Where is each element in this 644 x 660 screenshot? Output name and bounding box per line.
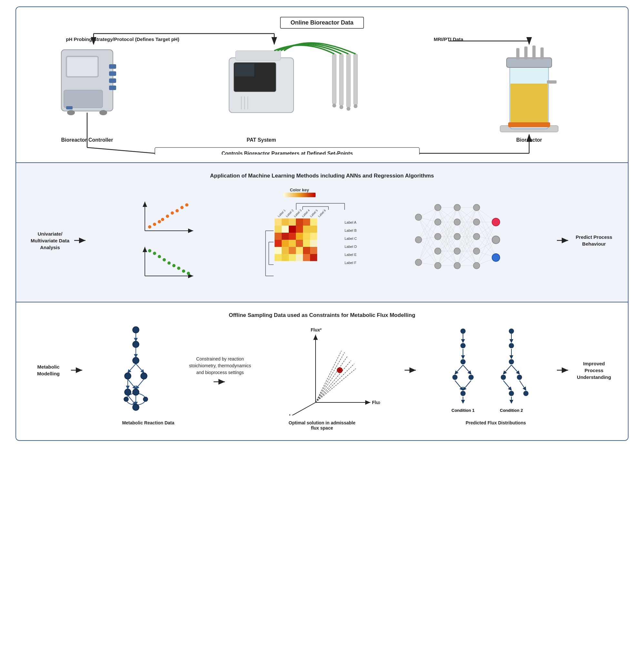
svg-point-301 — [468, 375, 474, 380]
flux-dist-network-1 — [442, 328, 484, 405]
svg-point-299 — [460, 359, 465, 364]
svg-line-280 — [316, 364, 354, 403]
bot-left-label: Metabolic Modelling — [29, 363, 68, 377]
svg-point-77 — [187, 272, 190, 275]
svg-text:pH Probing Strategy/Protocol (: pH Probing Strategy/Protocol (Defines Ta… — [66, 37, 179, 42]
svg-rect-122 — [275, 240, 282, 247]
svg-line-307 — [511, 365, 520, 374]
svg-text:Flux²: Flux² — [311, 327, 322, 333]
svg-rect-27 — [332, 54, 336, 104]
svg-point-74 — [172, 264, 176, 267]
svg-point-240 — [492, 236, 500, 244]
svg-point-32 — [340, 105, 343, 109]
svg-point-65 — [180, 206, 184, 209]
svg-rect-136 — [289, 254, 296, 261]
svg-point-223 — [415, 259, 422, 266]
neural-net-svg — [409, 191, 506, 288]
svg-point-237 — [473, 248, 480, 254]
svg-rect-123 — [282, 240, 289, 247]
metabolic-network-svg — [109, 325, 163, 415]
svg-line-249 — [128, 364, 136, 373]
bot-arrow-2 — [213, 379, 227, 385]
svg-rect-137 — [296, 254, 303, 261]
svg-line-309 — [503, 381, 511, 390]
svg-text:Label C: Label C — [345, 236, 357, 241]
svg-line-51 — [87, 147, 155, 153]
svg-point-312 — [509, 343, 514, 348]
svg-rect-28 — [340, 54, 343, 106]
svg-point-260 — [124, 373, 131, 379]
sublabel-flux-dist: Predicted Flux Distributions — [460, 420, 531, 431]
svg-text:Label 4: Label 4 — [301, 209, 310, 218]
svg-line-281 — [316, 369, 356, 403]
svg-rect-23 — [235, 51, 281, 60]
svg-rect-37 — [510, 84, 548, 127]
mid-arrow-right-1 — [74, 237, 87, 244]
svg-rect-29 — [346, 54, 350, 107]
bot-right-label: Improved Process Understanding — [573, 360, 615, 381]
svg-text:Label D: Label D — [345, 245, 357, 249]
svg-line-292 — [455, 365, 463, 374]
bot-arrow-1 — [71, 367, 84, 373]
svg-point-221 — [415, 214, 422, 221]
svg-point-316 — [509, 391, 514, 396]
svg-text:Label B: Label B — [345, 228, 356, 232]
sublabel-flux-space: Optimal solution in admissable flux spac… — [286, 420, 358, 431]
bot-section: Offline Sampling Data used as Constraint… — [16, 302, 628, 440]
svg-rect-106 — [289, 219, 296, 226]
svg-point-259 — [133, 357, 139, 364]
svg-rect-17 — [66, 106, 73, 109]
svg-text:Label F: Label F — [345, 261, 356, 265]
bot-sublabels-row: Metabolic Reaction Data Optimal solution… — [29, 420, 615, 431]
svg-rect-124 — [289, 240, 296, 247]
svg-rect-138 — [303, 254, 310, 261]
svg-line-152 — [418, 222, 438, 263]
top-section-svg: pH Probing Strategy/Protocol (Defines Ta… — [29, 32, 616, 155]
svg-line-278 — [316, 356, 348, 403]
mid-left-label: Univariate/ Multivariate Data Analysis — [29, 230, 71, 251]
svg-point-62 — [166, 214, 169, 218]
svg-rect-126 — [303, 240, 310, 247]
svg-rect-134 — [275, 254, 282, 261]
svg-rect-39 — [516, 48, 520, 60]
svg-rect-105 — [282, 219, 289, 226]
svg-rect-13 — [109, 71, 116, 76]
svg-point-263 — [133, 389, 139, 395]
online-bioreactor-row: Online Bioreactor Data — [29, 17, 615, 29]
svg-rect-44 — [547, 81, 556, 84]
svg-point-61 — [161, 218, 164, 221]
svg-text:Label E: Label E — [345, 253, 356, 256]
svg-point-64 — [176, 209, 179, 212]
constraint-text: Constrained by reaction stoichiometry, t… — [188, 356, 252, 376]
svg-point-76 — [182, 270, 185, 273]
svg-point-63 — [171, 211, 174, 214]
svg-rect-132 — [303, 247, 310, 254]
heatmap-area: Color key — [248, 186, 358, 295]
svg-rect-112 — [289, 226, 296, 233]
condition1-label: Condition 1 — [452, 408, 475, 413]
svg-point-300 — [452, 375, 458, 380]
svg-rect-111 — [282, 226, 289, 233]
svg-point-241 — [492, 254, 500, 261]
svg-line-250 — [136, 364, 144, 373]
svg-point-258 — [133, 341, 139, 347]
svg-line-308 — [520, 381, 526, 390]
flux-dist-area: Condition 1 — [442, 328, 532, 413]
svg-text:Color key: Color key — [290, 187, 309, 192]
svg-text:PAT System: PAT System — [247, 137, 276, 143]
svg-point-66 — [185, 203, 188, 207]
neural-net-area — [409, 191, 506, 290]
svg-point-18 — [67, 110, 75, 115]
svg-rect-104 — [275, 219, 282, 226]
svg-point-264 — [133, 404, 139, 411]
svg-point-313 — [509, 359, 514, 364]
svg-rect-128 — [275, 247, 282, 254]
svg-line-253 — [136, 379, 144, 389]
bot-content: Metabolic Modelling — [29, 325, 615, 415]
svg-point-235 — [473, 219, 480, 225]
svg-point-71 — [158, 255, 161, 258]
svg-rect-118 — [289, 233, 296, 240]
svg-rect-120 — [303, 233, 310, 240]
svg-point-239 — [492, 218, 500, 226]
flux-dist-network-2 — [490, 328, 532, 405]
